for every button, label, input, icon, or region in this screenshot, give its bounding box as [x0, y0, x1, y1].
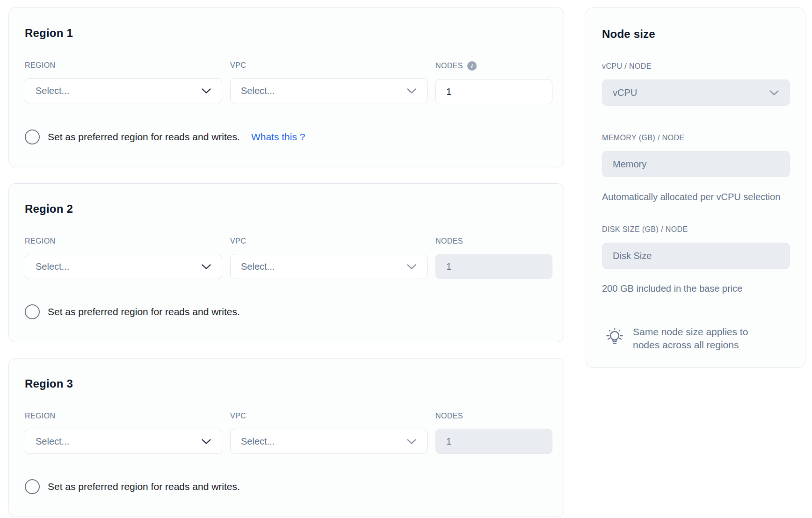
vcpu-group: vCPU / NODE vCPU	[602, 62, 790, 106]
region-1-preferred-label: Set as preferred region for reads and wr…	[48, 131, 240, 143]
whats-this-link[interactable]: Whats this ?	[251, 131, 305, 143]
region-3-preferred-label: Set as preferred region for reads and wr…	[48, 481, 240, 492]
region-3-nodes-input	[435, 429, 552, 454]
node-size-panel: Node size vCPU / NODE vCPU MEMORY (GB) /…	[586, 7, 805, 368]
region-1-region-label: REGION	[25, 61, 222, 70]
region-2-preferred-label: Set as preferred region for reads and wr…	[48, 306, 240, 317]
region-1-nodes-label-text: NODES	[435, 62, 463, 70]
vcpu-select-value: vCPU	[613, 87, 637, 98]
vcpu-select[interactable]: vCPU	[602, 79, 790, 106]
cluster-config-page: Region 1 REGION Select... VPC Select...	[0, 0, 812, 517]
chevron-down-icon	[201, 88, 211, 94]
info-icon[interactable]: i	[467, 61, 477, 71]
region-1-title: Region 1	[25, 27, 552, 40]
chevron-down-icon	[201, 264, 211, 270]
region-2-fields: REGION Select... VPC Select... NODES	[25, 237, 552, 279]
region-2-preferred-radio[interactable]	[25, 304, 40, 319]
region-1-vpc-select-value: Select...	[241, 86, 275, 96]
region-1-card: Region 1 REGION Select... VPC Select...	[8, 7, 564, 167]
region-1-fields: REGION Select... VPC Select... NODES	[25, 61, 552, 104]
region-1-nodes-field: NODES i	[435, 61, 552, 104]
region-3-preferred-radio[interactable]	[25, 479, 40, 494]
region-2-region-select-value: Select...	[36, 261, 69, 272]
region-3-nodes-field: NODES	[435, 412, 552, 454]
region-1-preferred-row: Set as preferred region for reads and wr…	[25, 130, 552, 144]
regions-column: Region 1 REGION Select... VPC Select...	[8, 7, 564, 517]
region-1-region-select-value: Select...	[36, 86, 69, 96]
memory-help-text: Automatically allocated per vCPU selecti…	[602, 190, 790, 204]
disk-group: DISK SIZE (GB) / NODE 200 GB included in…	[602, 225, 790, 295]
region-1-nodes-label: NODES i	[435, 61, 552, 71]
region-3-region-select-value: Select...	[36, 436, 69, 447]
region-3-fields: REGION Select... VPC Select... NODES	[25, 412, 552, 454]
disk-label: DISK SIZE (GB) / NODE	[602, 225, 790, 234]
chevron-down-icon	[406, 264, 417, 270]
region-3-vpc-field: VPC Select...	[230, 412, 428, 454]
region-1-region-field: REGION Select...	[25, 61, 222, 104]
region-3-region-label: REGION	[25, 412, 222, 420]
region-2-region-field: REGION Select...	[25, 237, 222, 279]
region-3-preferred-row: Set as preferred region for reads and wr…	[25, 479, 552, 494]
region-2-vpc-field: VPC Select...	[230, 237, 428, 279]
region-3-vpc-select[interactable]: Select...	[230, 429, 428, 454]
disk-help-text: 200 GB included in the base price	[602, 282, 790, 295]
region-1-vpc-select[interactable]: Select...	[230, 78, 428, 103]
region-1-vpc-label: VPC	[230, 61, 428, 70]
region-3-region-select[interactable]: Select...	[25, 429, 222, 454]
region-2-nodes-field: NODES	[435, 237, 552, 279]
region-2-card: Region 2 REGION Select... VPC Select...	[8, 183, 564, 342]
chevron-down-icon	[406, 88, 417, 94]
region-2-vpc-label: VPC	[230, 237, 428, 245]
region-2-preferred-row: Set as preferred region for reads and wr…	[25, 304, 552, 319]
region-2-nodes-input	[435, 254, 552, 279]
chevron-down-icon	[406, 439, 417, 445]
region-2-vpc-select-value: Select...	[241, 261, 275, 272]
region-3-card: Region 3 REGION Select... VPC Select...	[8, 358, 564, 517]
memory-label: MEMORY (GB) / NODE	[602, 134, 790, 142]
region-1-nodes-input[interactable]	[435, 79, 552, 104]
region-2-region-select[interactable]: Select...	[25, 254, 222, 279]
region-2-region-label: REGION	[25, 237, 222, 245]
region-3-region-field: REGION Select...	[25, 412, 222, 454]
node-size-title: Node size	[602, 28, 790, 41]
region-2-nodes-label: NODES	[435, 237, 552, 245]
region-3-nodes-label: NODES	[435, 412, 552, 420]
node-size-tip-text: Same node size applies to nodes across a…	[633, 325, 764, 352]
region-3-vpc-select-value: Select...	[241, 436, 275, 447]
lightbulb-icon	[604, 326, 625, 348]
region-2-vpc-select[interactable]: Select...	[230, 254, 428, 279]
region-1-preferred-radio[interactable]	[25, 130, 40, 144]
chevron-down-icon	[769, 90, 779, 96]
region-1-vpc-field: VPC Select...	[230, 61, 428, 104]
region-2-title: Region 2	[25, 202, 552, 216]
region-3-vpc-label: VPC	[230, 412, 428, 420]
memory-input	[602, 151, 790, 177]
memory-group: MEMORY (GB) / NODE Automatically allocat…	[602, 134, 790, 204]
node-size-tip: Same node size applies to nodes across a…	[602, 325, 790, 352]
region-3-title: Region 3	[25, 377, 552, 390]
chevron-down-icon	[201, 439, 211, 445]
region-1-region-select[interactable]: Select...	[25, 78, 222, 103]
vcpu-label: vCPU / NODE	[602, 62, 790, 71]
disk-size-input[interactable]	[602, 243, 790, 269]
